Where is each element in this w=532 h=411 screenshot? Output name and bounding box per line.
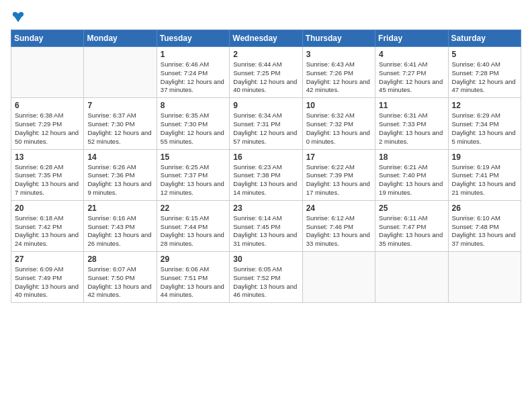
day-number: 9 (233, 101, 298, 110)
day-number: 24 (306, 203, 371, 213)
day-number: 19 (452, 152, 517, 162)
day-info: Sunrise: 6:07 AM Sunset: 7:50 PM Dayligh… (87, 265, 152, 300)
day-number: 11 (379, 101, 444, 110)
day-number: 14 (87, 152, 152, 162)
day-number: 2 (233, 50, 298, 59)
day-info: Sunrise: 6:31 AM Sunset: 7:33 PM Dayligh… (379, 111, 444, 146)
logo (11, 11, 24, 23)
day-info: Sunrise: 6:21 AM Sunset: 7:40 PM Dayligh… (379, 163, 444, 197)
calendar-cell (448, 252, 521, 303)
day-number: 15 (161, 152, 226, 162)
calendar-day-header: Monday (84, 30, 157, 47)
calendar-header-row: SundayMondayTuesdayWednesdayThursdayFrid… (11, 30, 521, 47)
day-info: Sunrise: 6:16 AM Sunset: 7:43 PM Dayligh… (87, 214, 152, 248)
calendar-cell: 17Sunrise: 6:22 AM Sunset: 7:39 PM Dayli… (302, 149, 375, 200)
calendar-week-row: 27Sunrise: 6:09 AM Sunset: 7:49 PM Dayli… (11, 252, 521, 303)
day-number: 8 (161, 101, 226, 110)
calendar-cell (84, 47, 157, 98)
day-number: 16 (233, 152, 298, 162)
day-number: 1 (161, 50, 226, 59)
calendar-cell: 30Sunrise: 6:05 AM Sunset: 7:52 PM Dayli… (230, 252, 302, 303)
page-header (11, 11, 521, 23)
calendar-cell: 28Sunrise: 6:07 AM Sunset: 7:50 PM Dayli… (84, 252, 157, 303)
day-number: 22 (161, 203, 226, 213)
day-info: Sunrise: 6:34 AM Sunset: 7:31 PM Dayligh… (233, 111, 298, 146)
day-number: 18 (379, 152, 444, 162)
calendar-week-row: 13Sunrise: 6:28 AM Sunset: 7:35 PM Dayli… (11, 149, 521, 200)
calendar-cell: 24Sunrise: 6:12 AM Sunset: 7:46 PM Dayli… (302, 200, 375, 251)
day-info: Sunrise: 6:40 AM Sunset: 7:28 PM Dayligh… (452, 60, 517, 95)
day-number: 3 (306, 50, 371, 59)
day-number: 17 (306, 152, 371, 162)
day-info: Sunrise: 6:15 AM Sunset: 7:44 PM Dayligh… (161, 214, 226, 248)
calendar-cell: 1Sunrise: 6:46 AM Sunset: 7:24 PM Daylig… (157, 47, 229, 98)
calendar-cell: 26Sunrise: 6:10 AM Sunset: 7:48 PM Dayli… (448, 200, 521, 251)
calendar-cell: 29Sunrise: 6:06 AM Sunset: 7:51 PM Dayli… (157, 252, 229, 303)
calendar-cell (302, 252, 375, 303)
calendar-cell: 20Sunrise: 6:18 AM Sunset: 7:42 PM Dayli… (11, 200, 84, 251)
day-number: 4 (379, 50, 444, 59)
day-info: Sunrise: 6:32 AM Sunset: 7:32 PM Dayligh… (306, 111, 371, 146)
day-number: 28 (87, 255, 152, 264)
calendar-cell: 5Sunrise: 6:40 AM Sunset: 7:28 PM Daylig… (448, 47, 521, 98)
day-info: Sunrise: 6:06 AM Sunset: 7:51 PM Dayligh… (161, 265, 226, 300)
day-number: 25 (379, 203, 444, 213)
day-info: Sunrise: 6:43 AM Sunset: 7:26 PM Dayligh… (306, 60, 371, 95)
calendar-cell: 3Sunrise: 6:43 AM Sunset: 7:26 PM Daylig… (302, 47, 375, 98)
calendar-cell: 22Sunrise: 6:15 AM Sunset: 7:44 PM Dayli… (157, 200, 229, 251)
day-info: Sunrise: 6:09 AM Sunset: 7:49 PM Dayligh… (15, 265, 80, 300)
day-info: Sunrise: 6:23 AM Sunset: 7:38 PM Dayligh… (233, 163, 298, 197)
day-info: Sunrise: 6:41 AM Sunset: 7:27 PM Dayligh… (379, 60, 444, 95)
calendar-cell: 9Sunrise: 6:34 AM Sunset: 7:31 PM Daylig… (230, 98, 302, 149)
calendar-cell: 21Sunrise: 6:16 AM Sunset: 7:43 PM Dayli… (84, 200, 157, 251)
calendar-cell: 23Sunrise: 6:14 AM Sunset: 7:45 PM Dayli… (230, 200, 302, 251)
day-number: 21 (87, 203, 152, 213)
day-number: 30 (233, 255, 298, 264)
calendar-week-row: 20Sunrise: 6:18 AM Sunset: 7:42 PM Dayli… (11, 200, 521, 251)
calendar-table: SundayMondayTuesdayWednesdayThursdayFrid… (11, 30, 521, 303)
day-info: Sunrise: 6:14 AM Sunset: 7:45 PM Dayligh… (233, 214, 298, 248)
day-number: 27 (15, 255, 80, 264)
calendar-cell (375, 252, 448, 303)
day-number: 20 (15, 203, 80, 213)
day-info: Sunrise: 6:18 AM Sunset: 7:42 PM Dayligh… (15, 214, 80, 248)
day-info: Sunrise: 6:37 AM Sunset: 7:30 PM Dayligh… (87, 111, 152, 146)
day-info: Sunrise: 6:05 AM Sunset: 7:52 PM Dayligh… (233, 265, 298, 300)
calendar-day-header: Sunday (11, 30, 84, 47)
day-info: Sunrise: 6:35 AM Sunset: 7:30 PM Dayligh… (161, 111, 226, 146)
day-info: Sunrise: 6:11 AM Sunset: 7:47 PM Dayligh… (379, 214, 444, 248)
day-info: Sunrise: 6:25 AM Sunset: 7:37 PM Dayligh… (161, 163, 226, 197)
day-info: Sunrise: 6:28 AM Sunset: 7:35 PM Dayligh… (15, 163, 80, 197)
day-number: 26 (452, 203, 517, 213)
calendar-cell: 12Sunrise: 6:29 AM Sunset: 7:34 PM Dayli… (448, 98, 521, 149)
day-number: 6 (15, 101, 80, 110)
day-info: Sunrise: 6:44 AM Sunset: 7:25 PM Dayligh… (233, 60, 298, 95)
calendar-day-header: Saturday (448, 30, 521, 47)
calendar-cell: 8Sunrise: 6:35 AM Sunset: 7:30 PM Daylig… (157, 98, 229, 149)
calendar-week-row: 6Sunrise: 6:38 AM Sunset: 7:29 PM Daylig… (11, 98, 521, 149)
logo-bird-icon (12, 11, 24, 23)
calendar-cell: 25Sunrise: 6:11 AM Sunset: 7:47 PM Dayli… (375, 200, 448, 251)
day-number: 12 (452, 101, 517, 110)
calendar-cell: 16Sunrise: 6:23 AM Sunset: 7:38 PM Dayli… (230, 149, 302, 200)
day-info: Sunrise: 6:12 AM Sunset: 7:46 PM Dayligh… (306, 214, 371, 248)
calendar-day-header: Friday (375, 30, 448, 47)
calendar-week-row: 1Sunrise: 6:46 AM Sunset: 7:24 PM Daylig… (11, 47, 521, 98)
day-number: 7 (87, 101, 152, 110)
calendar-cell: 13Sunrise: 6:28 AM Sunset: 7:35 PM Dayli… (11, 149, 84, 200)
day-info: Sunrise: 6:10 AM Sunset: 7:48 PM Dayligh… (452, 214, 517, 248)
day-number: 23 (233, 203, 298, 213)
calendar-cell: 4Sunrise: 6:41 AM Sunset: 7:27 PM Daylig… (375, 47, 448, 98)
day-number: 13 (15, 152, 80, 162)
calendar-cell: 18Sunrise: 6:21 AM Sunset: 7:40 PM Dayli… (375, 149, 448, 200)
calendar-day-header: Tuesday (157, 30, 229, 47)
calendar-cell: 19Sunrise: 6:19 AM Sunset: 7:41 PM Dayli… (448, 149, 521, 200)
day-info: Sunrise: 6:38 AM Sunset: 7:29 PM Dayligh… (15, 111, 80, 146)
day-number: 10 (306, 101, 371, 110)
calendar-cell (11, 47, 84, 98)
day-info: Sunrise: 6:29 AM Sunset: 7:34 PM Dayligh… (452, 111, 517, 146)
calendar-cell: 10Sunrise: 6:32 AM Sunset: 7:32 PM Dayli… (302, 98, 375, 149)
day-number: 29 (161, 255, 226, 264)
calendar-cell: 7Sunrise: 6:37 AM Sunset: 7:30 PM Daylig… (84, 98, 157, 149)
day-info: Sunrise: 6:26 AM Sunset: 7:36 PM Dayligh… (87, 163, 152, 197)
